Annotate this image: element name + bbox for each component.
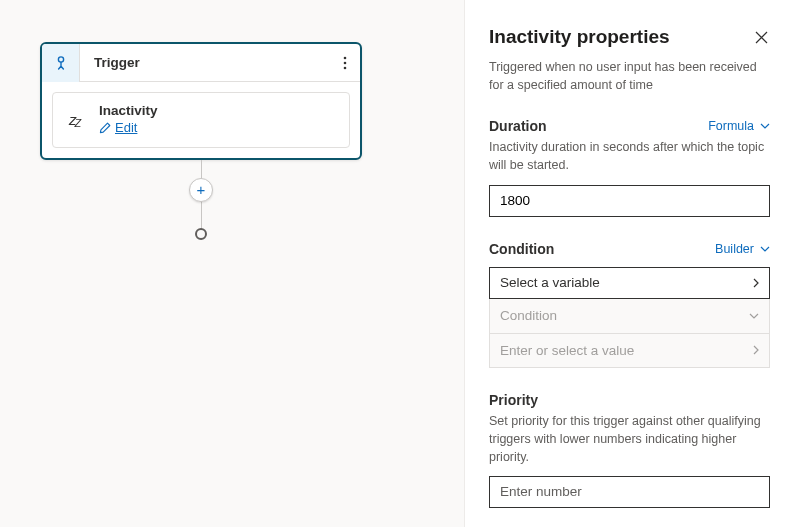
variable-selector[interactable]: Select a variable: [489, 267, 770, 299]
more-menu-button[interactable]: [330, 56, 360, 70]
condition-value-selector[interactable]: Enter or select a value: [490, 333, 769, 367]
node-body: zZ Inactivity Edit: [42, 82, 360, 158]
edit-link[interactable]: Edit: [99, 120, 137, 135]
duration-mode-label: Formula: [708, 119, 754, 133]
duration-section: Duration Formula Inactivity duration in …: [489, 118, 770, 216]
canvas-area: Trigger zZ Inactivity Edit +: [0, 0, 464, 527]
duration-label: Duration: [489, 118, 547, 134]
properties-panel: Inactivity properties Triggered when no …: [464, 0, 794, 527]
trigger-node[interactable]: Trigger zZ Inactivity Edit: [40, 42, 362, 160]
duration-help: Inactivity duration in seconds after whi…: [489, 138, 770, 174]
condition-operator-selector[interactable]: Condition: [490, 299, 769, 333]
chevron-right-icon: [753, 278, 759, 288]
edit-link-label: Edit: [115, 120, 137, 135]
duration-mode-toggle[interactable]: Formula: [708, 119, 770, 133]
condition-mode-toggle[interactable]: Builder: [715, 242, 770, 256]
condition-label: Condition: [489, 241, 554, 257]
node-title: Trigger: [80, 55, 330, 70]
svg-point-0: [58, 56, 63, 61]
condition-placeholder: Condition: [500, 308, 557, 323]
panel-title: Inactivity properties: [489, 26, 670, 48]
value-placeholder: Enter or select a value: [500, 343, 634, 358]
chevron-down-icon: [760, 246, 770, 252]
close-button[interactable]: [752, 28, 770, 46]
variable-placeholder: Select a variable: [500, 275, 600, 290]
edit-icon: [99, 122, 111, 134]
priority-section: Priority Set priority for this trigger a…: [489, 392, 770, 508]
node-header: Trigger: [42, 44, 360, 82]
priority-input[interactable]: [489, 476, 770, 508]
trigger-icon: [42, 44, 80, 82]
close-icon: [755, 31, 768, 44]
sleep-icon: zZ: [61, 111, 87, 128]
chevron-right-icon: [753, 345, 759, 355]
priority-label: Priority: [489, 392, 770, 408]
condition-mode-label: Builder: [715, 242, 754, 256]
chevron-down-icon: [760, 123, 770, 129]
svg-point-3: [344, 66, 347, 69]
svg-point-1: [344, 56, 347, 59]
condition-stack: Condition Enter or select a value: [489, 299, 770, 368]
add-node-button[interactable]: +: [189, 178, 213, 202]
svg-point-2: [344, 61, 347, 64]
chevron-down-icon: [749, 313, 759, 319]
inactivity-subnode[interactable]: zZ Inactivity Edit: [52, 92, 350, 148]
condition-section: Condition Builder Select a variable Cond…: [489, 241, 770, 368]
duration-input[interactable]: [489, 185, 770, 217]
panel-description: Triggered when no user input has been re…: [489, 58, 770, 94]
end-indicator: [195, 228, 207, 240]
priority-help: Set priority for this trigger against ot…: [489, 412, 770, 466]
connector: +: [40, 160, 362, 240]
subnode-title: Inactivity: [99, 103, 341, 118]
